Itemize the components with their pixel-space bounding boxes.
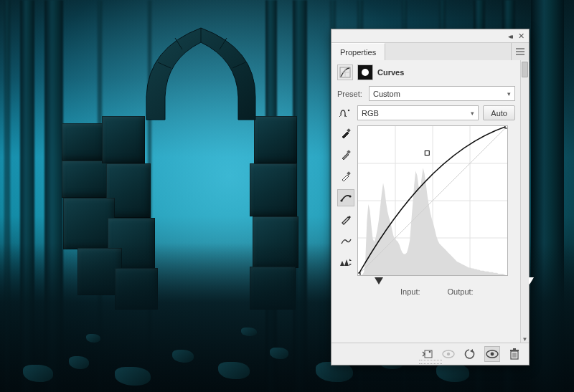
svg-rect-26 <box>505 126 507 128</box>
output-label: Output: <box>448 287 474 296</box>
panel-tabs: Properties <box>331 43 529 61</box>
input-label: Input: <box>400 287 420 296</box>
svg-point-11 <box>348 109 349 110</box>
black-slider[interactable] <box>375 277 383 285</box>
edit-points-icon[interactable] <box>337 189 354 206</box>
panel-menu-icon[interactable] <box>511 43 529 60</box>
curve-tools <box>337 125 353 296</box>
chevron-down-icon: ▾ <box>507 90 511 97</box>
layer-mask-icon[interactable] <box>357 64 373 80</box>
reset-icon[interactable] <box>463 347 477 361</box>
svg-point-30 <box>447 353 450 355</box>
chevron-down-icon: ▾ <box>471 110 474 117</box>
close-icon[interactable]: ✕ <box>518 32 524 41</box>
panel-scrollbar[interactable]: ▲ ▼ <box>520 60 529 343</box>
curves-chart[interactable] <box>358 126 507 275</box>
svg-point-16 <box>349 195 351 197</box>
on-image-adjust-icon[interactable] <box>337 107 353 119</box>
smooth-curve-icon[interactable] <box>337 232 354 249</box>
preset-label: Preset: <box>337 90 364 98</box>
channel-dropdown[interactable]: RGB ▾ <box>357 105 479 120</box>
delete-icon[interactable] <box>507 347 522 361</box>
range-sliders[interactable] <box>379 276 530 286</box>
svg-rect-27 <box>425 350 432 358</box>
gray-point-eyedropper-icon[interactable] <box>337 146 354 163</box>
svg-point-28 <box>429 351 431 353</box>
panel-footer <box>331 343 529 365</box>
clip-histogram-icon[interactable] <box>337 254 354 271</box>
preset-value: Custom <box>373 90 400 98</box>
panel-titlebar[interactable]: ◂◂ ✕ <box>331 29 529 43</box>
draw-curve-icon[interactable] <box>337 211 354 228</box>
curves-graph[interactable] <box>357 125 508 276</box>
preset-dropdown[interactable]: Custom ▾ <box>369 86 515 101</box>
svg-rect-38 <box>513 348 516 350</box>
auto-button[interactable]: Auto <box>483 105 515 120</box>
properties-panel: ◂◂ ✕ Properties Curves Preset: Custom ▾ <box>331 29 530 365</box>
svg-point-32 <box>491 353 494 356</box>
tab-label: Properties <box>340 48 376 57</box>
svg-rect-25 <box>425 151 429 156</box>
adjustment-title: Curves <box>377 68 404 77</box>
scroll-thumb[interactable] <box>522 62 528 77</box>
white-point-eyedropper-icon[interactable] <box>337 168 354 185</box>
view-previous-icon <box>441 347 456 361</box>
curves-adjustment-icon[interactable] <box>337 64 353 80</box>
black-point-eyedropper-icon[interactable] <box>337 125 354 142</box>
auto-label: Auto <box>491 109 507 118</box>
collapse-icon[interactable]: ◂◂ <box>508 32 511 40</box>
panel-resize-grip[interactable] <box>419 360 442 364</box>
tab-properties[interactable]: Properties <box>331 43 385 60</box>
clip-to-layer-icon[interactable] <box>420 347 434 361</box>
visibility-icon[interactable] <box>484 346 500 362</box>
svg-point-15 <box>340 199 342 201</box>
svg-rect-24 <box>358 273 360 275</box>
svg-rect-37 <box>510 350 519 351</box>
channel-value: RGB <box>362 109 379 118</box>
